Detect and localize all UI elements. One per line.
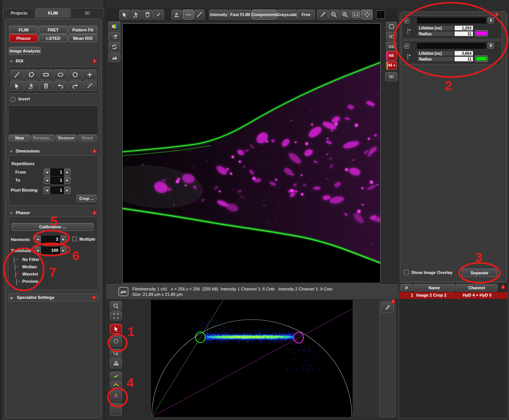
phasor-gradient-triangle-button[interactable] [110,390,122,401]
harmonic-increment-icon[interactable]: ▶ [60,236,67,243]
phasor-collapse-icon[interactable]: ▼ [10,212,13,215]
phasor-pen-button[interactable] [381,302,394,313]
tile-single-button[interactable] [386,22,397,31]
from-increment-icon[interactable]: ▶ [64,169,71,176]
mode-mean-roi-button[interactable]: Mean ROI [68,34,97,42]
roi-wand-tool[interactable] [83,80,97,91]
roi-collapse-icon[interactable]: ▼ [10,60,13,63]
apply-check-button[interactable]: ✓ [153,10,164,20]
phasor-extra-tool-button[interactable] [110,403,122,416]
pixel-binning-increment-icon[interactable]: ▶ [64,187,71,194]
filter-wavelet-radio[interactable] [15,271,16,278]
component2-lifetime-value[interactable]: 3,664 [454,51,473,56]
roi-brush-tool[interactable] [10,69,24,80]
roi-point-tool[interactable] [83,69,97,80]
roi-rename-button[interactable]: Rename... [31,135,55,141]
component2-enabled-checkbox[interactable]: ✓ [404,43,409,49]
to-decrement-icon[interactable]: ◀ [44,177,50,184]
mode-tau-sted-button[interactable]: τ-STED [39,34,67,42]
roi-select-tool[interactable] [10,80,24,91]
roi-remove-button[interactable]: Remove [56,135,77,141]
view-free-button[interactable]: Free [297,10,315,20]
filter-median-radio[interactable] [15,264,15,271]
dimensions-info-icon[interactable]: i [92,149,97,153]
tab-3d[interactable]: 3D [71,8,104,18]
specialist-expand-icon[interactable]: ▶ [11,296,13,300]
component1-remove-button[interactable]: X [488,17,494,23]
invert-checkbox[interactable] [10,97,15,102]
threshold-increment-icon[interactable]: ▶ [60,247,67,254]
zoom-out-button[interactable] [328,10,339,20]
phasor-plot[interactable] [151,300,353,417]
tile-double-button[interactable] [386,32,397,41]
table-info-icon[interactable]: i [501,285,505,289]
phasor-gradient-arc-button[interactable] [110,381,122,388]
phasor-fit-button[interactable] [110,311,122,320]
crop-button[interactable]: Crop ... [77,195,97,202]
threshold-decrement-icon[interactable]: ◀ [34,247,41,254]
roi-reset-button[interactable]: Reset [78,135,97,141]
mode-phasor-button[interactable]: Phasor [9,34,38,42]
table-row[interactable]: 1 Image 2 Crop 2 HyD 4 + HyD 5 [399,292,508,299]
tab-flim[interactable]: FLIM [36,8,70,18]
component2-name-field[interactable] [417,43,486,49]
component1-name-field[interactable] [417,18,486,23]
background-color-swatch[interactable] [376,10,385,19]
view-3d-button[interactable]: 3D [385,72,397,81]
roi-new-button[interactable]: New [9,135,30,141]
roi-info-icon[interactable]: i [92,59,97,63]
tab-projects[interactable]: Projects [3,8,35,18]
contrast-button[interactable] [108,32,120,41]
component1-enabled-checkbox[interactable]: ✓ [404,18,409,23]
refresh-button[interactable] [108,42,120,52]
line-tool-button[interactable] [194,10,205,20]
multiple-checkbox[interactable] [72,236,77,241]
pixel-binning-decrement-icon[interactable]: ◀ [44,187,50,194]
phasor-triangle-select-button[interactable] [110,358,122,368]
component2-radius-value[interactable]: 11 [454,56,473,62]
select-all-tool-button[interactable]: ALL [131,10,141,20]
view-components-button[interactable]: Components [252,10,276,20]
fit-to-screen-button[interactable] [361,10,373,20]
component1-lifetime-value[interactable]: 1,203 [454,25,473,31]
dashed-line-tool-button[interactable] [183,10,194,20]
filter-no-filter-radio[interactable] [14,256,15,264]
delete-annotation-button[interactable] [142,10,153,20]
view-grayscale-button[interactable]: Grayscale [277,10,297,20]
component2-active-radio[interactable] [407,53,408,60]
mode-flim-button[interactable]: FLIM [9,26,38,34]
image-analysis-button[interactable]: Image Analysis [9,47,41,55]
view-intensity-button[interactable]: Intensity [209,10,228,20]
roi-redo-tool[interactable] [68,80,82,91]
separate-button[interactable]: Separate [462,269,497,277]
component1-active-radio[interactable] [407,28,408,35]
unit-button[interactable]: μm [118,287,128,296]
pixel-binning-value[interactable]: 1 [50,187,64,194]
roi-polygon-tool[interactable] [25,69,38,80]
roi-circle-tool[interactable] [68,69,82,80]
mode-fret-button[interactable]: FRET [39,26,67,34]
phasor-panel-info-icon[interactable]: i [391,299,395,304]
calibration-button[interactable]: Calibration ... [11,223,94,231]
phasor-info-icon[interactable]: i [92,211,97,215]
tile-multi-button[interactable] [386,42,397,51]
table-header-channel[interactable]: Channel [456,284,498,291]
table-header-index[interactable]: # [400,284,413,291]
phasor-circle-cursor-button[interactable] [110,336,122,346]
to-value[interactable]: 1 [50,177,64,184]
phasor-zoom-button[interactable] [110,301,122,310]
table-header-name[interactable]: Name [414,284,455,291]
phasor-gradient-line-button[interactable] [110,372,122,381]
component2-remove-button[interactable]: X [488,43,494,49]
scalebar-tool-button[interactable] [171,10,182,20]
measure-pen-button[interactable] [317,10,328,20]
component1-radius-value[interactable]: 11 [454,31,473,36]
component2-color-button[interactable] [475,56,488,62]
roi-select-all-tool[interactable]: ALL [25,80,38,91]
to-increment-icon[interactable]: ▶ [64,177,71,184]
show-image-overlay-checkbox[interactable] [404,270,409,275]
channel-h4plus-button[interactable]: H4 + [386,61,397,70]
harmonic-value[interactable]: 2 [41,236,60,243]
select-tool-button[interactable] [119,10,130,20]
histogram-button[interactable] [108,52,120,62]
